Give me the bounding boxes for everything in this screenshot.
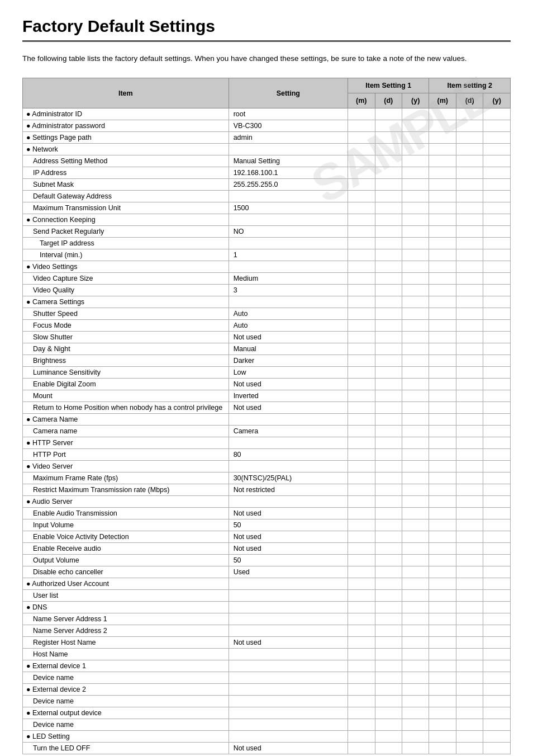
item-cell: ● Camera Name	[23, 414, 229, 426]
item-cell: Focus Mode	[23, 320, 229, 332]
table-row: Subnet Mask255.255.255.0	[23, 179, 511, 191]
setting-cell: 30(NTSC)/25(PAL)	[229, 472, 348, 484]
setting-cell: Auto	[229, 320, 348, 332]
table-row: Default Gateway Address	[23, 191, 511, 202]
item-cell: Day & Night	[23, 343, 229, 355]
setting-cell: 1	[229, 249, 348, 261]
item-cell: Enable Voice Activity Detection	[23, 531, 229, 543]
table-row: BrightnessDarker	[23, 355, 511, 367]
item-cell: ● Administrator password	[23, 120, 229, 132]
table-row: Device name	[23, 719, 511, 731]
header-item: Item	[23, 78, 229, 108]
table-row: Device name	[23, 696, 511, 707]
item-cell: Turn the LED OFF	[23, 743, 229, 754]
table-row: Slow ShutterNot used	[23, 332, 511, 343]
item-cell: ● LED Setting	[23, 731, 229, 743]
setting-cell: Camera	[229, 426, 348, 437]
table-row: Input Volume50	[23, 519, 511, 531]
table-row: Interval (min.)1	[23, 249, 511, 261]
table-row: ● LED Setting	[23, 731, 511, 743]
table-row: Turn the LED OFFNot used	[23, 743, 511, 754]
setting-cell: Low	[229, 367, 348, 379]
setting-cell	[229, 707, 348, 719]
table-row: ● Connection Keeping	[23, 214, 511, 226]
setting-cell: Manual Setting	[229, 155, 348, 167]
setting-cell	[229, 672, 348, 684]
header-is2d: (d)	[456, 93, 483, 108]
table-row: ● DNS	[23, 602, 511, 613]
table-row: Camera nameCamera	[23, 426, 511, 437]
header-is2y: (y)	[483, 93, 511, 108]
setting-cell	[229, 602, 348, 613]
setting-cell: Not used	[229, 531, 348, 543]
item-cell: ● Connection Keeping	[23, 214, 229, 226]
item-cell: Camera name	[23, 426, 229, 437]
header-is1d: (d)	[375, 93, 402, 108]
settings-table: Item Setting Item Setting 1 Item setting…	[22, 78, 511, 754]
table-row: Enable Receive audioNot used	[23, 543, 511, 555]
setting-cell: Not used	[229, 543, 348, 555]
setting-cell	[229, 660, 348, 672]
setting-cell	[229, 261, 348, 273]
setting-cell: Not used	[229, 379, 348, 390]
setting-cell: 50	[229, 519, 348, 531]
item-cell: Default Gateway Address	[23, 191, 229, 202]
item-cell: Shutter Speed	[23, 308, 229, 320]
setting-cell	[229, 191, 348, 202]
item-cell: ● Administrator ID	[23, 108, 229, 120]
item-cell: Enable Receive audio	[23, 543, 229, 555]
table-row: Day & NightManual	[23, 343, 511, 355]
table-row: MountInverted	[23, 390, 511, 402]
setting-cell	[229, 578, 348, 590]
header-item-setting2: Item setting 2	[429, 78, 511, 93]
table-row: Enable Audio TransmissionNot used	[23, 508, 511, 519]
item-cell: Device name	[23, 672, 229, 684]
item-cell: ● External device 2	[23, 684, 229, 696]
table-row: Host Name	[23, 649, 511, 660]
setting-cell	[229, 590, 348, 602]
setting-cell: Not used	[229, 743, 348, 754]
item-cell: Address Setting Method	[23, 155, 229, 167]
item-cell: HTTP Port	[23, 449, 229, 461]
setting-cell: 3	[229, 285, 348, 296]
item-cell: Disable echo canceller	[23, 566, 229, 578]
setting-cell: VB-C300	[229, 120, 348, 132]
setting-cell	[229, 238, 348, 249]
table-row: Enable Digital ZoomNot used	[23, 379, 511, 390]
item-cell: ● Video Settings	[23, 261, 229, 273]
item-cell: Send Packet Regularly	[23, 226, 229, 238]
item-cell: Device name	[23, 696, 229, 707]
setting-cell	[229, 214, 348, 226]
item-cell: ● External device 1	[23, 660, 229, 672]
table-row: IP Address192.168.100.1	[23, 167, 511, 179]
table-row: ● Audio Server	[23, 496, 511, 508]
page-title: Factory Default Settings	[22, 17, 511, 42]
table-row: Maximum Transmission Unit1500	[23, 202, 511, 214]
table-row: Enable Voice Activity DetectionNot used	[23, 531, 511, 543]
setting-cell: Not used	[229, 637, 348, 649]
setting-cell	[229, 649, 348, 660]
item-cell: ● Audio Server	[23, 496, 229, 508]
table-row: ● HTTP Server	[23, 437, 511, 449]
table-row: ● Network	[23, 144, 511, 155]
setting-cell	[229, 461, 348, 472]
setting-cell: 50	[229, 555, 348, 566]
item-cell: Return to Home Position when nobody has …	[23, 402, 229, 414]
setting-cell: 80	[229, 449, 348, 461]
item-cell: Host Name	[23, 649, 229, 660]
setting-cell	[229, 414, 348, 426]
item-cell: Enable Digital Zoom	[23, 379, 229, 390]
item-cell: Mount	[23, 390, 229, 402]
setting-cell: Manual	[229, 343, 348, 355]
item-cell: Device name	[23, 719, 229, 731]
item-cell: Maximum Transmission Unit	[23, 202, 229, 214]
item-cell: ● Video Server	[23, 461, 229, 472]
setting-cell	[229, 696, 348, 707]
header-is2m: (m)	[429, 93, 456, 108]
setting-cell	[229, 625, 348, 637]
setting-cell: admin	[229, 132, 348, 144]
item-cell: Video Quality	[23, 285, 229, 296]
setting-cell: Not used	[229, 332, 348, 343]
table-row: Video Quality3	[23, 285, 511, 296]
item-cell: IP Address	[23, 167, 229, 179]
